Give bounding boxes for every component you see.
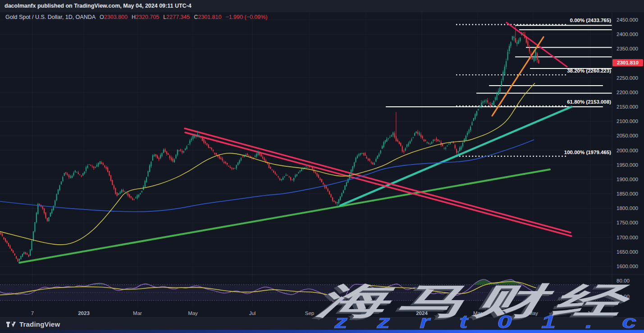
svg-text:2450.000: 2450.000 — [617, 17, 638, 23]
svg-text:1900.000: 1900.000 — [617, 177, 638, 182]
fibonacci-layer: 0.00% (2433.765)38.20% (2260.223)61.80% … — [456, 18, 611, 156]
svg-text:1800.000: 1800.000 — [617, 205, 638, 211]
svg-text:2000.000: 2000.000 — [617, 148, 638, 153]
svg-text:80.00: 80.00 — [617, 278, 630, 283]
svg-text:May: May — [188, 310, 198, 316]
ohlc-close: C2301.810 — [194, 14, 221, 20]
svg-text:Jul: Jul — [587, 310, 594, 316]
svg-text:1600.000: 1600.000 — [617, 264, 638, 269]
svg-text:2150.000: 2150.000 — [617, 104, 638, 109]
published-bar: dacolmanfx published on TradingView.com,… — [0, 0, 644, 12]
svg-text:2024: 2024 — [416, 310, 428, 316]
svg-text:Mar: Mar — [473, 310, 482, 316]
change-value: −1.990 (−0.09%) — [225, 14, 267, 20]
svg-text:1750.000: 1750.000 — [617, 220, 638, 225]
svg-text:2200.000: 2200.000 — [617, 90, 638, 95]
svg-text:2050.000: 2050.000 — [617, 133, 638, 138]
published-text: dacolmanfx published on TradingView.com,… — [5, 3, 192, 9]
ohlc-open: O2303.800 — [100, 14, 128, 20]
footer-bar: TradingView — [0, 318, 644, 330]
symbol-title[interactable]: Gold Spot / U.S. Dollar, 1D, OANDA — [5, 14, 96, 20]
svg-text:2350.000: 2350.000 — [617, 46, 638, 51]
symbol-legend[interactable]: Gold Spot / U.S. Dollar, 1D, OANDA O2303… — [5, 14, 268, 20]
svg-text:2023: 2023 — [78, 310, 90, 316]
time-axis[interactable]: 72023MarMayJulSepNov2024MarMayJul — [31, 310, 594, 316]
svg-text:1700.000: 1700.000 — [617, 235, 638, 240]
ohlc-high: H2320.705 — [132, 14, 159, 20]
svg-text:1650.000: 1650.000 — [617, 249, 638, 255]
svg-text:2400.000: 2400.000 — [617, 32, 638, 37]
price-chart-canvas[interactable]: 0.00% (2433.765)38.20% (2260.223)61.80% … — [0, 0, 644, 333]
svg-text:100.00% (1979.465): 100.00% (1979.465) — [564, 150, 611, 155]
svg-text:Mar: Mar — [133, 310, 142, 316]
svg-text:Jul: Jul — [249, 310, 256, 316]
ohlc-low: L2277.345 — [163, 14, 190, 20]
tradingview-logo-icon[interactable] — [6, 320, 16, 328]
svg-text:1950.000: 1950.000 — [617, 162, 638, 168]
price-badge: 2301.810 — [612, 59, 643, 66]
grid-layer — [0, 12, 612, 307]
svg-text:2250.000: 2250.000 — [617, 75, 638, 81]
svg-text:2301.810: 2301.810 — [617, 60, 639, 65]
candles-layer — [0, 25, 539, 263]
svg-text:2100.000: 2100.000 — [617, 119, 638, 124]
svg-text:Nov: Nov — [361, 310, 371, 316]
svg-text:40.00: 40.00 — [617, 294, 630, 299]
svg-text:Sep: Sep — [305, 310, 314, 316]
svg-text:61.80% (2153.008): 61.80% (2153.008) — [567, 99, 611, 105]
long-term-support — [19, 169, 550, 263]
svg-text:May: May — [528, 310, 538, 316]
tradingview-snapshot: dacolmanfx published on TradingView.com,… — [0, 0, 644, 333]
descending-channel-lower — [185, 132, 571, 236]
svg-text:0.00% (2433.765): 0.00% (2433.765) — [570, 18, 612, 23]
svg-text:7: 7 — [31, 310, 34, 316]
trendlines-layer — [19, 23, 571, 263]
svg-text:1850.000: 1850.000 — [617, 191, 638, 196]
descending-channel-upper — [185, 128, 571, 233]
bottom-blue-bar — [0, 330, 644, 333]
tradingview-logo-text[interactable]: TradingView — [19, 320, 60, 328]
